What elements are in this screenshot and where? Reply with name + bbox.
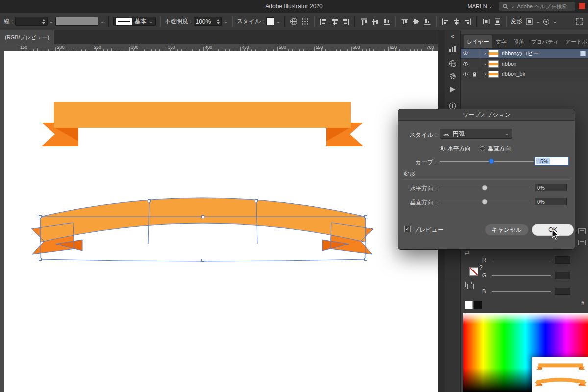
graphic-style-swatch[interactable] — [266, 17, 274, 25]
channel-slider[interactable] — [492, 275, 551, 276]
fill-stroke-proxy-icon[interactable] — [466, 282, 472, 287]
stepper-arrows-icon[interactable] — [217, 19, 220, 24]
eye-icon[interactable] — [461, 59, 470, 69]
vertical-radio[interactable]: 垂直方向 — [480, 145, 511, 153]
lock-toggle[interactable] — [470, 49, 479, 58]
curve-slider-thumb[interactable] — [489, 159, 494, 164]
vertical-distort-input[interactable]: 0% — [535, 198, 567, 205]
workspace-grid-icon[interactable] — [575, 16, 584, 27]
preview-checkbox[interactable]: ✓ — [404, 226, 411, 232]
channel-value-input[interactable] — [555, 256, 570, 264]
ruler-label: 450 — [242, 45, 249, 49]
horizontal-space-icon[interactable] — [481, 16, 490, 27]
brush-style-select[interactable]: 基本 ⌄ — [113, 17, 155, 26]
navigator-preview[interactable] — [532, 357, 588, 392]
layer-row[interactable]: ›ribbonのコピー — [461, 49, 588, 59]
horizontal-radio[interactable]: 水平方向 — [440, 145, 471, 153]
vertical-space-icon[interactable] — [492, 16, 502, 27]
opacity-input[interactable]: 100% — [194, 17, 222, 26]
radio-off-icon — [480, 146, 485, 151]
layer-row[interactable]: ›ribbon_bk — [461, 69, 588, 79]
expand-chevron-icon[interactable]: › — [484, 71, 486, 77]
3d-material-panel-icon[interactable] — [447, 59, 459, 69]
tab-プロパティ[interactable]: プロパティ — [528, 35, 562, 48]
align-top-icon[interactable] — [359, 16, 368, 27]
chevron-down-icon[interactable]: ⌄ — [553, 19, 557, 24]
align-bottom-icon[interactable] — [382, 16, 391, 27]
layer-thumbnail[interactable] — [488, 60, 499, 68]
actions-panel-icon[interactable] — [447, 84, 459, 94]
tab-文字[interactable]: 文字 — [492, 35, 510, 48]
horizontal-distort-thumb[interactable] — [482, 185, 488, 191]
align-left-icon[interactable] — [318, 16, 328, 27]
chevron-down-icon[interactable]: ⌄ — [536, 19, 539, 24]
gear-panel-icon[interactable] — [447, 72, 459, 81]
stroke-weight-input[interactable] — [15, 17, 48, 26]
grid-options-icon[interactable] — [300, 16, 310, 27]
chevron-down-icon[interactable]: ⌄ — [100, 19, 104, 24]
distribute-left-icon[interactable] — [441, 16, 450, 27]
curve-value-input[interactable]: 15% — [535, 157, 569, 165]
horizontal-distort-input[interactable]: 0% — [535, 184, 567, 191]
warp-style-select[interactable]: 円弧 ⌄ — [440, 129, 512, 139]
chevron-down-icon[interactable]: ⌄ — [49, 19, 53, 24]
distribute-top-icon[interactable] — [400, 16, 409, 27]
effects-icon[interactable] — [541, 16, 551, 27]
channel-value-input[interactable] — [555, 288, 570, 295]
tab-レイヤー[interactable]: レイヤー — [464, 35, 492, 48]
stroke-label: 線 : — [4, 17, 13, 25]
distribute-right-icon[interactable] — [463, 16, 472, 27]
cancel-button[interactable]: キャンセル — [485, 224, 529, 236]
distribute-middle-icon[interactable] — [411, 16, 420, 27]
align-middle-icon[interactable] — [370, 16, 380, 27]
separator — [160, 16, 161, 27]
layer-name[interactable]: ribbonのコピー — [502, 50, 539, 57]
black-swatch[interactable] — [474, 301, 482, 309]
transform-presets-icon[interactable] — [524, 16, 534, 27]
layers-list: ›ribbonのコピー›ribbon›ribbon_bk — [461, 49, 588, 79]
white-swatch[interactable] — [465, 301, 473, 309]
canvas[interactable] — [4, 51, 438, 392]
align-right-icon[interactable] — [341, 16, 350, 27]
document-tab[interactable]: (RGB/プレビュー) — [0, 30, 54, 44]
document-setup-icon[interactable] — [289, 16, 298, 27]
none-color-swatch[interactable] — [469, 267, 478, 276]
channel-slider[interactable] — [492, 291, 551, 292]
panel-option-icon[interactable] — [578, 240, 586, 245]
distribute-center-icon[interactable] — [452, 16, 461, 27]
align-center-icon[interactable] — [330, 16, 339, 27]
help-search-input[interactable]: ⌄ Adobe ヘルプを検索 — [499, 2, 575, 11]
chevron-down-icon[interactable]: ⌄ — [224, 19, 228, 24]
curve-slider[interactable] — [440, 161, 534, 162]
stepper-arrows-icon[interactable] — [42, 19, 45, 24]
account-menu[interactable]: MARI-N ⌄ — [468, 3, 493, 9]
eye-icon[interactable] — [461, 49, 470, 58]
chevron-down-icon[interactable]: ⌄ — [276, 19, 280, 24]
stroke-profile-swatch[interactable] — [55, 17, 98, 26]
ruler[interactable]: 150200250300350400450500550600650700 — [0, 44, 438, 51]
expand-chevron-icon[interactable]: › — [484, 50, 486, 56]
tab-段落[interactable]: 段落 — [510, 35, 528, 48]
channel-label: R — [482, 257, 488, 263]
eye-icon[interactable] — [461, 69, 470, 79]
channel-slider[interactable] — [492, 260, 551, 260]
layer-name[interactable]: ribbon — [502, 61, 517, 67]
lock-icon[interactable] — [470, 69, 479, 79]
channel-value-input[interactable] — [555, 272, 570, 279]
layer-name[interactable]: ribbon_bk — [502, 71, 525, 77]
layer-thumbnail[interactable] — [488, 50, 499, 57]
dialog-title[interactable]: ワープオプション — [398, 109, 575, 121]
panel-option-icon[interactable] — [578, 228, 586, 234]
separator — [506, 16, 507, 27]
swap-colors-icon[interactable]: ⇄ — [465, 249, 470, 256]
chevron-down-icon: ⌄ — [505, 131, 509, 136]
vertical-distort-thumb[interactable] — [482, 199, 488, 205]
layer-row[interactable]: ›ribbon — [461, 59, 588, 69]
expand-chevron-icon[interactable]: › — [484, 61, 486, 67]
layer-thumbnail[interactable] — [488, 71, 499, 78]
collapse-panels-icon[interactable]: « — [447, 31, 459, 41]
distribute-bottom-icon[interactable] — [422, 16, 432, 27]
tab-アートボード[interactable]: アートボード — [562, 35, 588, 48]
chart-panel-icon[interactable] — [447, 44, 459, 54]
lock-toggle[interactable] — [470, 59, 479, 69]
